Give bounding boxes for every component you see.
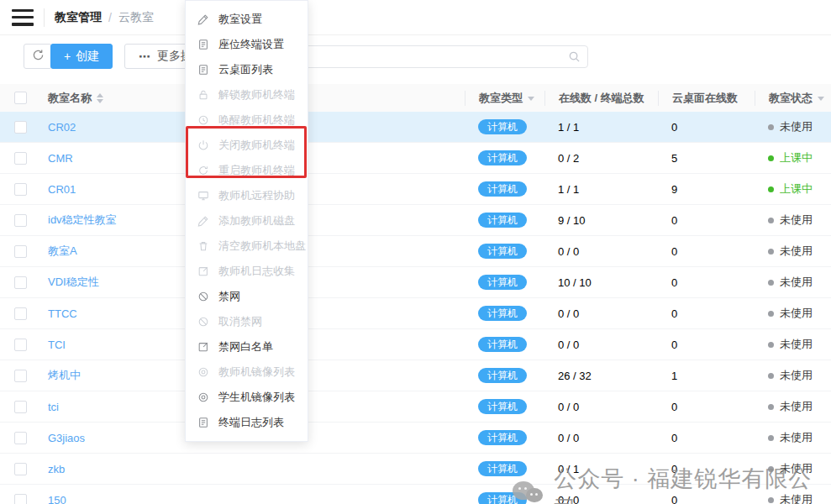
row-checkbox[interactable] [14,214,27,227]
menu-item-label: 清空教师机本地盘 [218,239,306,254]
status-dot-icon [768,466,774,472]
room-name-link[interactable]: idv稳定性教室 [48,213,117,228]
row-checkbox[interactable] [14,401,27,413]
row-checkbox[interactable] [14,152,27,165]
room-name-link[interactable]: zkb [48,463,65,475]
room-name-link[interactable]: tci [48,401,59,413]
cloud-desktop-online-cell: 0 [658,214,755,227]
filter-chevron-icon[interactable] [528,97,534,101]
hamburger-menu-icon[interactable] [12,9,34,26]
row-checkbox[interactable] [14,463,27,475]
room-type-cell: 计算机 [465,213,544,228]
row-checkbox-cell [0,432,40,444]
room-name-link[interactable]: VDI稳定性 [48,275,99,290]
menu-item-label: 终端日志列表 [218,415,284,430]
status-indicator: 未使用 [768,337,813,352]
status-text: 未使用 [780,399,813,414]
menu-item-label: 教室设置 [218,12,262,27]
status-text: 未使用 [780,430,813,445]
menu-item-label: 云桌面列表 [218,62,273,77]
menu-item[interactable]: 座位终端设置 [186,32,308,57]
doc-icon [197,64,210,76]
room-name-link[interactable]: 150 [48,494,66,504]
menu-item: 清空教师机本地盘 [186,234,308,259]
table-body: CR02计算机1 / 10未使用CMR计算机0 / 25上课中CR01计算机1 … [0,112,831,504]
menu-item: 唤醒教师机终端 [186,108,308,133]
row-checkbox[interactable] [14,307,27,320]
room-type-badge: 计算机 [478,461,527,476]
breadcrumb-section[interactable]: 教室管理 [55,10,102,25]
refresh-button[interactable] [24,44,52,69]
select-all-checkbox[interactable] [14,92,27,104]
row-checkbox[interactable] [14,183,27,196]
table-row: idv稳定性教室计算机9 / 100未使用 [0,205,831,236]
menu-item[interactable]: 禁网白名单 [186,334,308,360]
room-name-link[interactable]: CMR [48,152,73,165]
room-name-link[interactable]: TTCC [48,307,77,320]
room-status-cell: 上课中 [755,150,831,165]
row-checkbox[interactable] [14,276,27,289]
room-name-link[interactable]: CR02 [48,121,76,134]
row-checkbox[interactable] [14,121,27,134]
menu-item[interactable]: 教室设置 [186,7,308,32]
room-name-link[interactable]: G3jiaos [48,432,85,444]
cloud-desktop-online-cell: 0 [658,121,755,134]
status-indicator: 上课中 [768,181,813,197]
cloud-desktop-online-cell: 0 [658,276,755,289]
room-name-link[interactable]: TCI [48,339,66,351]
menu-item: 取消禁网 [186,309,308,334]
room-name-link[interactable]: 烤机中 [48,368,81,383]
filter-chevron-icon[interactable] [818,97,824,101]
column-header-online-count: 在线数 / 终端总数 [544,91,658,106]
create-button-label: 创建 [76,49,99,64]
row-checkbox-cell [0,401,40,413]
status-text: 未使用 [780,244,813,259]
row-checkbox[interactable] [14,494,27,504]
status-indicator: 未使用 [768,430,813,445]
online-count-cell: 0 / 0 [544,245,658,258]
column-label: 教室状态 [769,91,813,106]
status-dot-icon [768,404,774,410]
room-name-link[interactable]: 教室A [48,244,77,259]
row-checkbox[interactable] [14,432,27,444]
room-type-cell: 计算机 [465,461,544,476]
online-count-cell: 26 / 32 [544,370,658,382]
cloud-desktop-online-cell: 0 [658,245,755,258]
row-checkbox[interactable] [14,370,27,382]
menu-item-label: 学生机镜像列表 [218,390,295,405]
menu-item: 解锁教师机终端 [186,82,308,108]
menu-item[interactable]: 学生机镜像列表 [186,385,308,410]
menu-item[interactable]: 终端日志列表 [186,410,308,435]
column-header-cloud-desktop-online: 云桌面在线数 [658,91,755,106]
row-checkbox[interactable] [14,339,27,351]
row-checkbox[interactable] [14,245,27,258]
cloud-desktop-online-cell: 9 [658,183,755,196]
room-status-cell: 未使用 [755,119,831,134]
room-status-cell: 未使用 [755,306,831,321]
room-type-badge: 计算机 [478,368,527,383]
menu-item[interactable]: 云桌面列表 [186,57,308,82]
menu-item[interactable]: 禁网 [186,284,308,309]
menu-item: 教师机日志收集 [186,259,308,284]
column-header-room-type: 教室类型 [465,91,544,106]
doc-icon [197,39,210,51]
edit-square-icon [197,265,210,278]
room-name-link[interactable]: CR01 [48,183,76,196]
room-type-cell: 计算机 [465,399,544,414]
status-dot-icon [768,497,774,503]
sort-icon[interactable] [97,93,103,103]
create-button[interactable]: + 创建 [50,44,113,69]
status-dot-icon [768,311,774,317]
cloud-desktop-online-cell: 0 [658,432,755,444]
room-status-cell: 未使用 [755,275,831,290]
table-row: VDI稳定性计算机10 / 100未使用 [0,267,831,298]
cloud-desktop-online-cell: 0 [658,494,755,504]
room-type-cell: 计算机 [465,150,544,165]
search-icon[interactable] [568,50,581,63]
column-label: 教室名称 [48,91,92,106]
status-text: 未使用 [780,492,813,504]
room-type-cell: 计算机 [465,244,544,259]
status-text: 未使用 [780,337,813,352]
row-checkbox-cell [0,463,40,475]
room-type-badge: 计算机 [478,337,527,352]
